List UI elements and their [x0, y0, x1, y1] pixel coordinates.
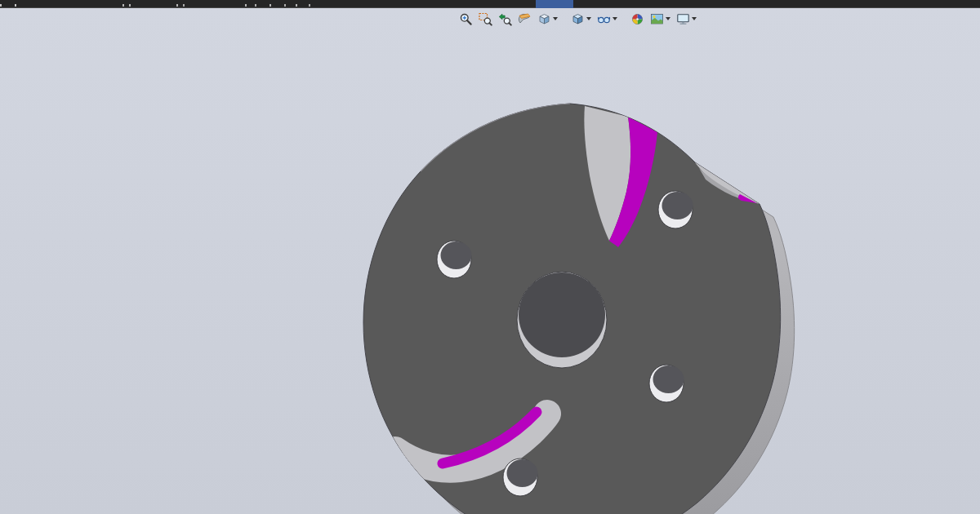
bolt-hole-3-bore-shadow	[653, 366, 684, 393]
display-style-button[interactable]	[569, 11, 593, 27]
bolt-hole-4-bore-shadow	[507, 459, 538, 487]
view-orientation-button[interactable]	[536, 11, 559, 27]
zoom-to-area-button[interactable]	[477, 11, 494, 27]
cad-part[interactable]	[363, 104, 795, 514]
edit-appearance-icon	[630, 12, 644, 26]
section-view-icon	[518, 12, 532, 26]
zoom-area-icon	[479, 12, 492, 26]
zoom-fit-icon	[459, 12, 473, 26]
display-style-icon	[571, 12, 585, 26]
menubar-active-item[interactable]	[536, 0, 573, 8]
heads-up-toolbar	[457, 9, 698, 29]
apply-scene-button[interactable]	[648, 11, 672, 27]
view-settings-button[interactable]	[675, 11, 698, 27]
hide-show-items-button[interactable]	[595, 11, 619, 27]
bolt-hole-1-bore-shadow	[441, 241, 472, 269]
chevron-down-icon[interactable]	[612, 17, 617, 20]
menubar	[0, 0, 980, 8]
section-view-button[interactable]	[516, 11, 533, 27]
center-bore-hole-bore-shadow	[519, 273, 605, 357]
previous-view-icon	[498, 12, 512, 26]
edit-appearance-button[interactable]	[629, 11, 646, 27]
previous-view-button[interactable]	[497, 11, 514, 27]
hide-show-icon	[597, 12, 611, 26]
menubar-text-fragments	[0, 4, 2, 7]
view-settings-icon	[676, 12, 690, 26]
chevron-down-icon[interactable]	[553, 17, 558, 20]
viewport-canvas[interactable]	[0, 8, 980, 514]
chevron-down-icon[interactable]	[692, 17, 697, 20]
apply-scene-icon	[650, 12, 664, 26]
chevron-down-icon[interactable]	[586, 17, 591, 20]
chevron-down-icon[interactable]	[666, 17, 670, 20]
zoom-to-fit-button[interactable]	[457, 11, 474, 27]
viewport[interactable]	[0, 8, 980, 514]
bolt-hole-2-bore-shadow	[662, 192, 693, 219]
view-orientation-icon	[537, 12, 551, 26]
